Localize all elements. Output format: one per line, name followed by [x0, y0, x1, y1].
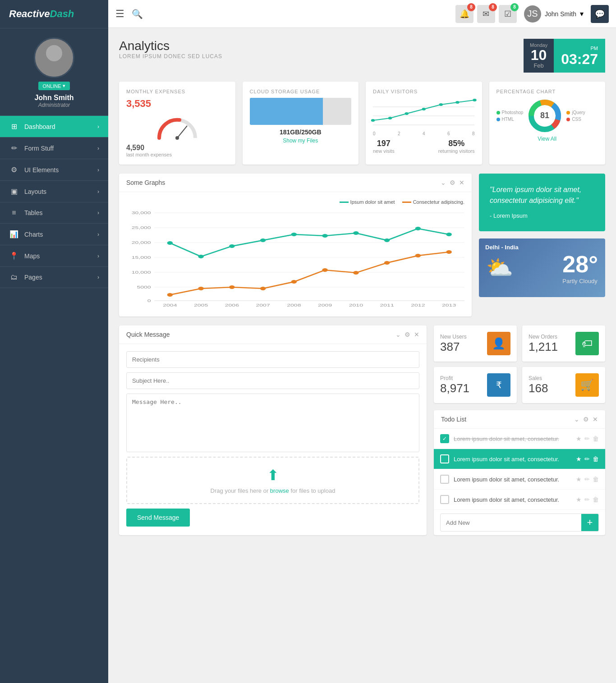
qm-close-icon[interactable]: ✕	[414, 331, 419, 338]
svg-point-46	[229, 244, 235, 248]
todo-checkbox[interactable]: ✓	[440, 434, 449, 443]
sidebar-item-uielements[interactable]: ⚙ UI Elements ›	[0, 159, 108, 181]
sidebar-item-formstuff[interactable]: ✏ Form Stuff ›	[0, 138, 108, 159]
sidebar-item-maps[interactable]: 📍 Maps ›	[0, 245, 108, 267]
pages-icon: 🗂	[9, 273, 19, 281]
notifications-badge: 8	[467, 3, 475, 11]
subject-input[interactable]	[126, 372, 419, 389]
hamburger-button[interactable]: ☰	[115, 8, 124, 20]
svg-text:2009: 2009	[318, 303, 332, 308]
svg-point-7	[371, 119, 375, 122]
main-content: Analytics LOREM IPSUM DONEC SED LUCAS Mo…	[108, 28, 616, 546]
todo-checkbox[interactable]	[440, 454, 449, 463]
graph-legend: Ipsum dolor sit amet Consectetur adipisc…	[126, 199, 464, 205]
sidebar-item-tables[interactable]: ≡ Tables ›	[0, 202, 108, 224]
search-icon[interactable]: 🔍	[132, 9, 143, 19]
weather-box: Delhi - India ⛅ 28° Partly Cloudy	[479, 238, 605, 297]
todo-star-icon[interactable]: ★	[576, 435, 582, 442]
nav-arrow-icon: ›	[97, 145, 99, 151]
new-orders-info: New Orders 1,211	[529, 334, 570, 354]
page-title: Analytics	[119, 39, 222, 53]
todo-panel: Todo List ⌄ ⚙ ✕ ✓ Lorem ipsum dolor sit …	[434, 410, 605, 535]
qm-collapse-icon[interactable]: ⌄	[395, 331, 401, 338]
layouts-icon: ▣	[9, 187, 19, 196]
graph-collapse-icon[interactable]: ⌄	[441, 179, 446, 186]
chat-button[interactable]: 💬	[591, 5, 609, 23]
todo-edit-icon[interactable]: ✏	[584, 496, 590, 503]
todo-star-icon[interactable]: ★	[576, 496, 582, 503]
topbar-avatar: JS	[524, 5, 541, 23]
todo-delete-icon[interactable]: 🗑	[593, 435, 599, 442]
svg-text:5000: 5000	[137, 285, 151, 290]
svg-text:2012: 2012	[411, 303, 425, 308]
sidebar-item-charts[interactable]: 📊 Charts ›	[0, 224, 108, 245]
messages-badge: 8	[489, 3, 497, 11]
qm-controls: ⌄ ⚙ ✕	[395, 331, 419, 338]
send-message-button[interactable]: Send Message	[126, 509, 190, 527]
sidebar-item-pages[interactable]: 🗂 Pages ›	[0, 267, 108, 288]
notifications-button[interactable]: 🔔 8	[455, 5, 473, 23]
show-files-link[interactable]: Show my Files	[250, 138, 352, 144]
todo-delete-icon[interactable]: 🗑	[593, 476, 599, 483]
todo-text: Lorem ipsum dolor sit amet, consectetur.	[454, 456, 571, 463]
todo-checkbox[interactable]	[440, 475, 449, 484]
donut-label-css: CSS	[566, 117, 585, 122]
todo-star-icon[interactable]: ★	[576, 476, 582, 483]
quick-message-panel: Quick Message ⌄ ⚙ ✕ ⬆ Drag your files he…	[119, 325, 427, 535]
qm-settings-icon[interactable]: ⚙	[405, 331, 410, 338]
todo-edit-icon[interactable]: ✏	[584, 455, 590, 463]
line-chart-svg: 30,000 25,000 20,000 15,000 10,000 5000 …	[126, 208, 464, 307]
analytics-title-block: Analytics LOREM IPSUM DONEC SED LUCAS	[119, 39, 222, 60]
sidebar-item-label: Pages	[24, 274, 97, 281]
nav-arrow-icon: ›	[97, 167, 99, 173]
todo-item: Lorem ipsum dolor sit amet, consectetur.…	[434, 490, 605, 510]
tasks-button[interactable]: ☑ 8	[499, 5, 517, 23]
storage-text: 181GB/250GB	[250, 128, 352, 136]
new-orders-label: New Orders	[529, 334, 570, 340]
graph-chart-area: Ipsum dolor sit amet Consectetur adipisc…	[119, 192, 472, 316]
quote-text: "Lorem ipsum dolor sit amet, consectetur…	[490, 184, 594, 206]
online-status-badge[interactable]: ONLINE	[38, 82, 70, 90]
svg-text:25,000: 25,000	[132, 225, 152, 230]
todo-settings-icon[interactable]: ⚙	[583, 416, 589, 423]
message-textarea[interactable]	[126, 394, 419, 452]
svg-point-1	[41, 63, 67, 78]
todo-delete-icon[interactable]: 🗑	[593, 496, 599, 503]
sidebar: ReactiveDash ONLINE John Smith Administr…	[0, 0, 108, 683]
todo-controls: ⌄ ⚙ ✕	[574, 416, 598, 423]
view-all-link[interactable]: View All	[496, 136, 598, 142]
sidebar-item-layouts[interactable]: ▣ Layouts ›	[0, 181, 108, 202]
graph-close-icon[interactable]: ✕	[459, 179, 464, 186]
recipients-input[interactable]	[126, 351, 419, 368]
todo-star-icon[interactable]: ★	[576, 455, 582, 463]
upload-area[interactable]: ⬆ Drag your files here or browse for fil…	[126, 457, 419, 504]
sales-stat: Sales 168 🛒	[522, 367, 605, 403]
browse-link[interactable]: browse	[270, 487, 289, 494]
graph-settings-icon[interactable]: ⚙	[450, 179, 455, 186]
todo-close-icon[interactable]: ✕	[593, 416, 598, 423]
graph-panel-header: Some Graphs ⌄ ⚙ ✕	[119, 174, 472, 192]
todo-edit-icon[interactable]: ✏	[584, 435, 590, 442]
app-logo: ReactiveDash	[0, 0, 108, 28]
todo-add-button[interactable]: +	[581, 514, 598, 531]
sidebar-item-label: UI Elements	[24, 166, 97, 174]
sidebar-item-label: Charts	[24, 231, 97, 238]
right-bottom-column: New Users 387 👤 New Orders 1,211 🏷 Profi…	[434, 325, 605, 535]
profit-info: Profit 8,971	[440, 375, 482, 395]
svg-point-11	[439, 103, 443, 106]
user-menu-button[interactable]: JS John Smith ▾	[524, 5, 584, 23]
storage-bar	[250, 98, 352, 125]
todo-collapse-icon[interactable]: ⌄	[574, 416, 579, 423]
todo-checkbox[interactable]	[440, 495, 449, 504]
sidebar-item-dashboard[interactable]: ⊞ Dashboard ›	[0, 116, 108, 138]
legend-item-1: Ipsum dolor sit amet	[340, 199, 395, 205]
sidebar-profile: ONLINE John Smith Administrator	[0, 28, 108, 116]
dashboard-icon: ⊞	[9, 122, 19, 131]
messages-button[interactable]: ✉ 8	[477, 5, 495, 23]
profit-stat: Profit 8,971 ₹	[434, 367, 517, 403]
todo-add-input[interactable]	[441, 515, 581, 531]
todo-delete-icon[interactable]: 🗑	[593, 455, 599, 463]
visitors-card: DAILY VISITORS 0 2	[366, 82, 482, 165]
todo-edit-icon[interactable]: ✏	[584, 476, 590, 483]
svg-text:2005: 2005	[194, 303, 208, 308]
